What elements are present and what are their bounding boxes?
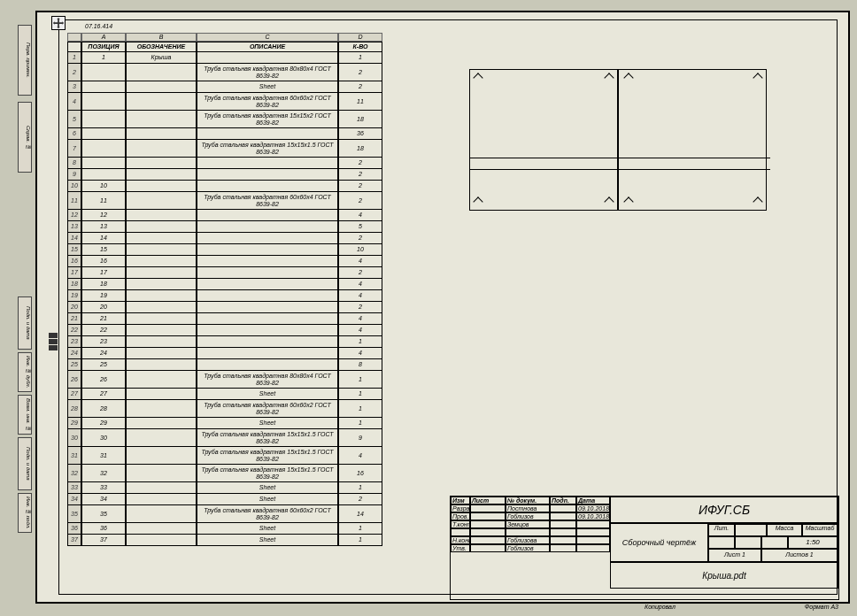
cell-qty[interactable]: 4	[338, 279, 382, 290]
row-number[interactable]: 30	[67, 429, 81, 447]
row-number[interactable]: 18	[67, 279, 81, 290]
cell-descr[interactable]: Труба стальная квадратная 15х15х1.5 ГОСТ…	[197, 140, 338, 158]
cell-descr[interactable]: Труба стальная квадратная 60х60х4 ГОСТ 8…	[197, 192, 338, 210]
cell-pos[interactable]: 25	[81, 359, 126, 371]
cell-qty[interactable]: 1	[338, 523, 382, 535]
cell-qty[interactable]: 9	[338, 429, 382, 447]
col-B[interactable]: B	[126, 33, 197, 42]
row-number[interactable]: 15	[67, 244, 81, 256]
table-row[interactable]: 11Крыша1	[67, 52, 382, 64]
cell-descr[interactable]: Sheet	[197, 389, 338, 400]
cell-desig[interactable]	[126, 140, 197, 158]
cell-desig[interactable]	[126, 169, 197, 181]
cell-descr[interactable]: Sheet	[197, 523, 338, 535]
cell-pos[interactable]: 27	[81, 389, 126, 400]
table-row[interactable]: 3Sheet2	[67, 81, 382, 93]
cell-qty[interactable]: 8	[338, 359, 382, 371]
row-number[interactable]: 35	[67, 505, 81, 523]
cell-pos[interactable]: 24	[81, 348, 126, 359]
cell-desig[interactable]	[126, 325, 197, 336]
table-row[interactable]: 2929Sheet1	[67, 418, 382, 429]
cell-desig[interactable]: Крыша	[126, 52, 197, 64]
cell-pos[interactable]	[81, 93, 126, 111]
cell-descr[interactable]	[197, 290, 338, 302]
cell-desig[interactable]	[126, 535, 197, 546]
cell-qty[interactable]: 1	[338, 535, 382, 546]
table-row[interactable]: 22224	[67, 325, 382, 336]
cell-desig[interactable]	[126, 192, 197, 210]
cell-descr[interactable]	[197, 336, 338, 348]
cell-desig[interactable]	[126, 81, 197, 93]
cell-descr[interactable]: Sheet	[197, 418, 338, 429]
cell-qty[interactable]: 16	[338, 465, 382, 482]
cell-pos[interactable]	[81, 64, 126, 81]
cell-desig[interactable]	[126, 336, 197, 348]
cell-desig[interactable]	[126, 302, 197, 313]
cell-qty[interactable]: 4	[338, 313, 382, 325]
table-row[interactable]: 3434Sheet2	[67, 494, 382, 505]
table-row[interactable]: 3737Sheet1	[67, 535, 382, 546]
cell-desig[interactable]	[126, 233, 197, 244]
cell-descr[interactable]: Sheet	[197, 81, 338, 93]
row-number[interactable]: 33	[67, 482, 81, 494]
cell-desig[interactable]	[126, 505, 197, 523]
table-row[interactable]: 2727Sheet1	[67, 389, 382, 400]
cell-desig[interactable]	[126, 400, 197, 418]
cell-pos[interactable]: 31	[81, 447, 126, 465]
row-number[interactable]: 27	[67, 389, 81, 400]
cell-pos[interactable]: 33	[81, 482, 126, 494]
table-row[interactable]: 7Труба стальная квадратная 15х15х1.5 ГОС…	[67, 140, 382, 158]
cell-desig[interactable]	[126, 93, 197, 111]
row-number[interactable]: 3	[67, 81, 81, 93]
cell-descr[interactable]: Труба стальная квадратная 80х80х4 ГОСТ 8…	[197, 64, 338, 81]
cell-qty[interactable]: 1	[338, 371, 382, 389]
row-number[interactable]: 34	[67, 494, 81, 505]
row-number[interactable]: 1	[67, 52, 81, 64]
row-number[interactable]: 2	[67, 64, 81, 81]
cell-desig[interactable]	[126, 494, 197, 505]
row-number[interactable]: 22	[67, 325, 81, 336]
cell-desig[interactable]	[126, 111, 197, 128]
row-number[interactable]: 36	[67, 523, 81, 535]
table-row[interactable]: 1111Труба стальная квадратная 60х60х4 ГО…	[67, 192, 382, 210]
row-number[interactable]: 7	[67, 140, 81, 158]
table-row[interactable]: 20202	[67, 302, 382, 313]
cell-qty[interactable]: 1	[338, 400, 382, 418]
row-number[interactable]: 37	[67, 535, 81, 546]
cell-descr[interactable]: Труба стальная квадратная 15х15х1.5 ГОСТ…	[197, 447, 338, 465]
cell-pos[interactable]: 30	[81, 429, 126, 447]
cell-qty[interactable]: 2	[338, 267, 382, 279]
cell-descr[interactable]: Труба стальная квадратная 60х60х2 ГОСТ 8…	[197, 400, 338, 418]
table-row[interactable]: 3535Труба стальная квадратная 60х60х2 ГО…	[67, 505, 382, 523]
cell-pos[interactable]	[81, 140, 126, 158]
cell-qty[interactable]: 2	[338, 192, 382, 210]
cell-desig[interactable]	[126, 348, 197, 359]
table-row[interactable]: 3232Труба стальная квадратная 15х15х1.5 …	[67, 465, 382, 482]
cell-pos[interactable]: 20	[81, 302, 126, 313]
cell-desig[interactable]	[126, 523, 197, 535]
cell-pos[interactable]: 1	[81, 52, 126, 64]
cell-pos[interactable]: 36	[81, 523, 126, 535]
cell-desig[interactable]	[126, 290, 197, 302]
row-number[interactable]: 28	[67, 400, 81, 418]
cell-desig[interactable]	[126, 158, 197, 169]
cell-descr[interactable]: Труба стальная квадратная 60х60х2 ГОСТ 8…	[197, 505, 338, 523]
row-number[interactable]: 23	[67, 336, 81, 348]
table-row[interactable]: 24244	[67, 348, 382, 359]
cell-pos[interactable]: 15	[81, 244, 126, 256]
cell-descr[interactable]: Труба стальная квадратная 15х15х1.5 ГОСТ…	[197, 429, 338, 447]
row-number[interactable]: 21	[67, 313, 81, 325]
cell-pos[interactable]: 34	[81, 494, 126, 505]
cell-qty[interactable]: 2	[338, 64, 382, 81]
table-row[interactable]: 17172	[67, 267, 382, 279]
cell-pos[interactable]: 19	[81, 290, 126, 302]
cell-qty[interactable]: 1	[338, 336, 382, 348]
bom-table[interactable]: A B C D ПОЗИЦИЯ ОБОЗНАЧЕНИЕ ОПИСАНИЕ К-В…	[67, 33, 382, 546]
cell-qty[interactable]: 4	[338, 290, 382, 302]
cell-descr[interactable]: Труба стальная квадратная 80х80х4 ГОСТ 8…	[197, 371, 338, 389]
cell-desig[interactable]	[126, 313, 197, 325]
cell-descr[interactable]	[197, 302, 338, 313]
table-row[interactable]: 10102	[67, 181, 382, 192]
cell-desig[interactable]	[126, 359, 197, 371]
cell-descr[interactable]: Труба стальная квадратная 60х60х2 ГОСТ 8…	[197, 93, 338, 111]
